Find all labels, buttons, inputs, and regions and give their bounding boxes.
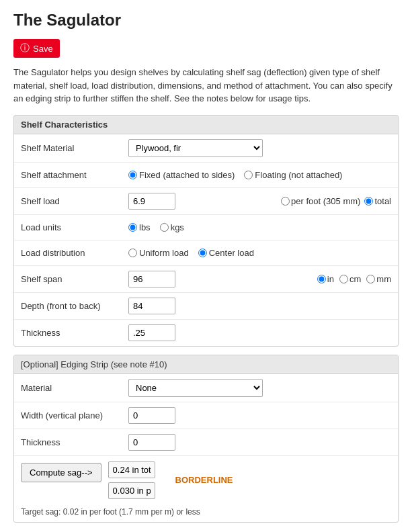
depth-label: Depth (front to back) bbox=[21, 301, 128, 311]
distribution-uniform-radio[interactable] bbox=[128, 249, 137, 257]
compute-row: Compute sag--> BORDERLINE bbox=[14, 456, 398, 504]
edging-material-label: Material bbox=[21, 383, 128, 393]
load-per-foot-label[interactable]: per foot (305 mm) bbox=[281, 196, 360, 206]
distribution-radio-group: Uniform load Center load bbox=[128, 248, 261, 258]
page-description: The Sagulator helps you design shelves b… bbox=[13, 66, 399, 105]
span-cm-label[interactable]: cm bbox=[339, 274, 361, 284]
thickness-label: Thickness bbox=[21, 328, 128, 338]
edging-material-select[interactable]: None Plywood, fir Solid wood, oak Solid … bbox=[128, 379, 263, 397]
shelf-span-row: Shelf span in cm mm bbox=[14, 266, 398, 293]
load-total-text: total bbox=[374, 196, 391, 206]
shelf-load-row: Shelf load per foot (305 mm) total bbox=[14, 188, 398, 215]
span-cm-radio[interactable] bbox=[339, 275, 348, 283]
span-in-label[interactable]: in bbox=[317, 274, 334, 284]
load-kgs-radio[interactable] bbox=[160, 223, 169, 232]
load-units-radio-group: lbs kgs bbox=[128, 222, 191, 232]
load-unit-group: per foot (305 mm) total bbox=[281, 196, 391, 206]
shelf-material-label: Shelf Material bbox=[21, 143, 128, 153]
edging-width-row: Width (vertical plane) bbox=[14, 402, 398, 429]
output-total-input[interactable] bbox=[108, 461, 155, 478]
edging-thickness-control bbox=[128, 434, 391, 451]
span-in-text: in bbox=[327, 274, 334, 284]
span-mm-text: mm bbox=[376, 274, 391, 284]
edging-thickness-label: Thickness bbox=[21, 437, 128, 447]
edging-width-control bbox=[128, 407, 391, 424]
load-units-control: lbs kgs bbox=[128, 222, 391, 232]
shelf-span-label: Shelf span bbox=[21, 274, 128, 284]
target-sag-text: Target sag: 0.02 in per foot (1.7 mm per… bbox=[14, 504, 398, 522]
attachment-fixed-label[interactable]: Fixed (attached to sides) bbox=[128, 170, 235, 180]
attachment-radio-group: Fixed (attached to sides) Floating (not … bbox=[128, 170, 349, 180]
page-title: The Sagulator bbox=[13, 11, 399, 30]
load-lbs-text: lbs bbox=[139, 222, 151, 232]
attachment-floating-label[interactable]: Floating (not attached) bbox=[244, 170, 342, 180]
distribution-center-label[interactable]: Center load bbox=[198, 248, 254, 258]
depth-input[interactable] bbox=[128, 298, 175, 314]
edging-material-row: Material None Plywood, fir Solid wood, o… bbox=[14, 374, 398, 402]
compute-button[interactable]: Compute sag--> bbox=[21, 463, 101, 482]
attachment-floating-text: Floating (not attached) bbox=[255, 170, 342, 180]
load-total-radio[interactable] bbox=[364, 197, 373, 206]
span-in-radio[interactable] bbox=[317, 275, 326, 283]
load-per-foot-radio[interactable] bbox=[281, 197, 290, 206]
edging-material-control: None Plywood, fir Solid wood, oak Solid … bbox=[128, 379, 391, 397]
distribution-center-text: Center load bbox=[209, 248, 254, 258]
shelf-load-control: per foot (305 mm) total bbox=[128, 193, 391, 210]
span-mm-radio[interactable] bbox=[366, 275, 375, 283]
load-total-label[interactable]: total bbox=[364, 196, 391, 206]
load-distribution-row: Load distribution Uniform load Center lo… bbox=[14, 240, 398, 266]
attachment-fixed-text: Fixed (attached to sides) bbox=[139, 170, 235, 180]
load-per-foot-text: per foot (305 mm) bbox=[291, 196, 360, 206]
load-kgs-text: kgs bbox=[171, 222, 184, 232]
edging-strip-section: [Optional] Edging Strip (see note #10) M… bbox=[13, 355, 399, 523]
distribution-center-radio[interactable] bbox=[198, 249, 207, 257]
output-per-foot-input[interactable] bbox=[108, 482, 155, 499]
save-button-label: Save bbox=[33, 44, 53, 54]
load-lbs-label[interactable]: lbs bbox=[128, 222, 151, 232]
shelf-attachment-control: Fixed (attached to sides) Floating (not … bbox=[128, 170, 391, 180]
compute-outputs bbox=[108, 461, 155, 499]
save-button[interactable]: ⓘ Save bbox=[13, 39, 60, 58]
load-distribution-control: Uniform load Center load bbox=[128, 248, 391, 258]
edging-strip-title: [Optional] Edging Strip (see note #10) bbox=[14, 355, 398, 374]
shelf-material-row: Shelf Material Plywood, fir Plywood, oak… bbox=[14, 134, 398, 163]
distribution-uniform-text: Uniform load bbox=[139, 248, 189, 258]
span-mm-label[interactable]: mm bbox=[366, 274, 391, 284]
thickness-row: Thickness bbox=[14, 320, 398, 346]
shelf-span-input[interactable] bbox=[128, 271, 175, 287]
span-cm-text: cm bbox=[349, 274, 361, 284]
thickness-control bbox=[128, 324, 391, 341]
shelf-characteristics-title: Shelf Characteristics bbox=[14, 116, 398, 134]
status-badge: BORDERLINE bbox=[175, 475, 233, 485]
thickness-input[interactable] bbox=[128, 324, 175, 341]
attachment-fixed-radio[interactable] bbox=[128, 171, 137, 179]
edging-thickness-row: Thickness bbox=[14, 429, 398, 456]
depth-row: Depth (front to back) bbox=[14, 293, 398, 320]
span-unit-group: in cm mm bbox=[317, 274, 391, 284]
edging-width-label: Width (vertical plane) bbox=[21, 410, 128, 420]
distribution-uniform-label[interactable]: Uniform load bbox=[128, 248, 189, 258]
shelf-material-control: Plywood, fir Plywood, oak Solid wood, oa… bbox=[128, 139, 391, 157]
load-units-row: Load units lbs kgs bbox=[14, 215, 398, 240]
load-distribution-label: Load distribution bbox=[21, 248, 128, 258]
pinterest-icon: ⓘ bbox=[20, 42, 30, 54]
shelf-material-select[interactable]: Plywood, fir Plywood, oak Solid wood, oa… bbox=[128, 139, 263, 157]
edging-width-input[interactable] bbox=[128, 407, 175, 424]
load-kgs-label[interactable]: kgs bbox=[160, 222, 184, 232]
depth-control bbox=[128, 298, 391, 314]
shelf-load-label: Shelf load bbox=[21, 196, 128, 206]
shelf-characteristics-section: Shelf Characteristics Shelf Material Ply… bbox=[13, 115, 399, 347]
shelf-load-input[interactable] bbox=[128, 193, 175, 210]
shelf-span-control: in cm mm bbox=[128, 271, 391, 287]
attachment-floating-radio[interactable] bbox=[244, 171, 253, 179]
edging-thickness-input[interactable] bbox=[128, 434, 175, 451]
shelf-attachment-label: Shelf attachment bbox=[21, 170, 128, 180]
shelf-attachment-row: Shelf attachment Fixed (attached to side… bbox=[14, 163, 398, 188]
load-units-label: Load units bbox=[21, 222, 128, 232]
load-lbs-radio[interactable] bbox=[128, 223, 137, 232]
